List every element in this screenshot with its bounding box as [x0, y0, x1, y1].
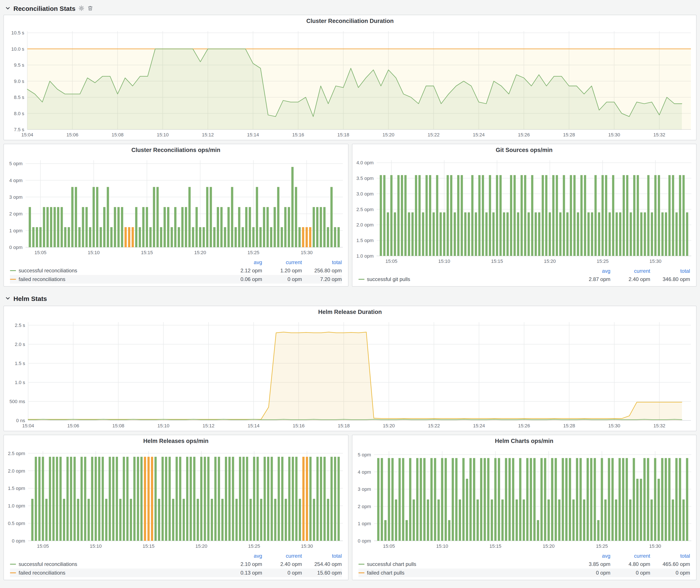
helm-releases-ops-chart[interactable]: 0 opm0.5 opm1.0 opm1.5 opm2.0 opm2.5 opm… [4, 447, 348, 551]
helm_releases-svg: 0 opm0.5 opm1.0 opm1.5 opm2.0 opm2.5 opm… [4, 447, 348, 551]
cluster-reconciliations-ops-chart[interactable]: 0 opm1 opm2 opm3 opm4 opm5 opm15:0515:10… [4, 156, 348, 258]
svg-text:2.0 opm: 2.0 opm [356, 222, 374, 228]
legend-header-current[interactable]: current [262, 259, 302, 265]
section-title[interactable]: Reconciliation Stats [13, 5, 76, 12]
svg-text:15:05: 15:05 [383, 543, 395, 549]
svg-text:2.0 opm: 2.0 opm [8, 468, 25, 474]
svg-text:15:14: 15:14 [247, 132, 259, 137]
legend-header-total[interactable]: total [650, 268, 690, 274]
svg-text:15:30: 15:30 [649, 543, 661, 549]
svg-text:15:20: 15:20 [194, 250, 206, 255]
legend: avgcurrenttotalsuccessful reconciliation… [4, 551, 348, 580]
section-title[interactable]: Helm Stats [13, 295, 47, 302]
legend-series-name[interactable]: successful chart pulls [358, 561, 571, 567]
svg-text:15:25: 15:25 [596, 543, 608, 549]
svg-text:4 opm: 4 opm [358, 469, 371, 475]
trash-icon[interactable] [88, 5, 93, 11]
svg-text:3 opm: 3 opm [358, 486, 371, 492]
legend-header-avg[interactable]: avg [571, 553, 610, 559]
svg-text:10.0 s: 10.0 s [11, 46, 24, 52]
svg-text:15:20: 15:20 [542, 543, 554, 549]
svg-text:15:15: 15:15 [141, 250, 153, 255]
legend-header-total[interactable]: total [302, 553, 342, 559]
svg-text:15:30: 15:30 [301, 543, 313, 549]
panel-title[interactable]: Helm Releases ops/min [4, 435, 348, 447]
cluster_ops-svg: 0 opm1 opm2 opm3 opm4 opm5 opm15:0515:10… [4, 156, 348, 258]
legend-row: successful chart pulls3.85 opm4.80 opm46… [358, 560, 690, 569]
svg-text:15:20: 15:20 [382, 132, 394, 137]
legend-series-name[interactable]: failed reconciliations [10, 570, 222, 576]
svg-text:15:24: 15:24 [473, 423, 485, 428]
legend-row: successful git pulls2.87 opm2.40 opm346.… [358, 275, 690, 284]
legend-header-current[interactable]: current [262, 553, 302, 559]
series-color-marker [358, 564, 364, 565]
panel-cluster-reconciliation-duration: Cluster Reconciliation Duration 7.5 s8.0… [3, 15, 697, 140]
legend-value: 2.10 opm [222, 561, 262, 567]
section-header-helm-stats[interactable]: Helm Stats [3, 291, 697, 306]
legend-header-total[interactable]: total [302, 259, 342, 265]
svg-text:3 opm: 3 opm [9, 194, 23, 200]
svg-text:1.5 opm: 1.5 opm [356, 238, 374, 243]
svg-text:15:22: 15:22 [428, 423, 440, 428]
svg-text:15:10: 15:10 [157, 132, 169, 137]
svg-text:15:12: 15:12 [202, 132, 214, 137]
chevron-down-icon[interactable] [5, 6, 10, 11]
legend-value: 0 opm [262, 276, 302, 282]
svg-text:15:15: 15:15 [491, 258, 503, 264]
svg-text:500 ms: 500 ms [10, 399, 25, 404]
svg-text:15:20: 15:20 [195, 543, 207, 549]
svg-text:15:16: 15:16 [293, 423, 305, 428]
svg-text:15:20: 15:20 [383, 423, 395, 428]
legend-value: 256.80 opm [302, 268, 342, 274]
svg-text:0 opm: 0 opm [9, 245, 23, 250]
legend-header-current[interactable]: current [610, 268, 650, 274]
legend-header-avg[interactable]: avg [222, 259, 262, 265]
legend-series-name[interactable]: successful reconciliations [10, 561, 222, 567]
legend-row: successful reconciliations2.10 opm2.40 o… [10, 560, 342, 569]
svg-text:9.5 s: 9.5 s [14, 62, 24, 68]
svg-text:15:28: 15:28 [563, 132, 575, 137]
legend-series-name[interactable]: successful git pulls [358, 276, 571, 282]
helm-release-duration-chart[interactable]: 0 ns500 ms1.0 s1.5 s2.0 s2.5 s15:0415:06… [4, 318, 696, 431]
legend-value: 0.06 opm [222, 276, 262, 282]
svg-text:15:24: 15:24 [473, 132, 485, 137]
legend-series-name[interactable]: successful reconciliations [10, 268, 222, 274]
series-color-marker [358, 279, 364, 280]
chevron-down-icon[interactable] [5, 296, 10, 301]
gear-icon[interactable] [79, 5, 85, 11]
panel-title[interactable]: Git Sources ops/min [352, 144, 696, 156]
legend-series-name[interactable]: failed chart pulls [358, 570, 571, 576]
svg-text:15:25: 15:25 [597, 258, 608, 264]
legend: avgcurrenttotalsuccessful chart pulls3.8… [352, 551, 696, 580]
svg-text:5 opm: 5 opm [358, 452, 371, 457]
svg-text:15:04: 15:04 [21, 132, 33, 137]
helm-charts-ops-chart[interactable]: 0 opm1 opm2 opm3 opm4 opm5 opm15:0515:10… [352, 447, 696, 551]
legend-header-total[interactable]: total [650, 553, 690, 559]
panel-title[interactable]: Helm Release Duration [4, 306, 696, 318]
panel-helm-release-duration: Helm Release Duration 0 ns500 ms1.0 s1.5… [3, 306, 697, 431]
cluster-reconciliation-duration-chart[interactable]: 7.5 s8.0 s8.5 s9.0 s9.5 s10.0 s10.5 s15:… [4, 27, 696, 140]
svg-text:15:30: 15:30 [608, 132, 620, 137]
git-sources-ops-chart[interactable]: 1.0 opm1.5 opm2.0 opm2.5 opm3.0 opm3.5 o… [352, 156, 696, 266]
panel-title[interactable]: Cluster Reconciliations ops/min [4, 144, 348, 156]
legend-header-current[interactable]: current [610, 553, 650, 559]
legend-header-avg[interactable]: avg [571, 268, 610, 274]
series-color-marker [10, 564, 16, 565]
section-header-reconciliation-stats[interactable]: Reconciliation Stats [3, 2, 697, 15]
svg-text:2 opm: 2 opm [358, 504, 371, 509]
legend-value: 0 opm [610, 570, 650, 576]
svg-text:4 opm: 4 opm [9, 178, 23, 183]
panel-title[interactable]: Helm Charts ops/min [352, 435, 696, 447]
svg-text:2.0 s: 2.0 s [15, 342, 25, 347]
panel-title[interactable]: Cluster Reconciliation Duration [4, 15, 696, 27]
legend-header-avg[interactable]: avg [222, 553, 262, 559]
helm_duration-svg: 0 ns500 ms1.0 s1.5 s2.0 s2.5 s15:0415:06… [4, 318, 696, 431]
svg-text:9.0 s: 9.0 s [14, 79, 24, 84]
legend-value: 15.60 opm [302, 570, 342, 576]
legend-value: 3.85 opm [571, 561, 610, 567]
svg-text:15:16: 15:16 [292, 132, 304, 137]
legend-value: 0 opm [650, 570, 690, 576]
svg-text:0 ns: 0 ns [16, 418, 25, 423]
legend-series-name[interactable]: failed reconciliations [10, 276, 222, 282]
svg-text:8.0 s: 8.0 s [14, 111, 24, 116]
